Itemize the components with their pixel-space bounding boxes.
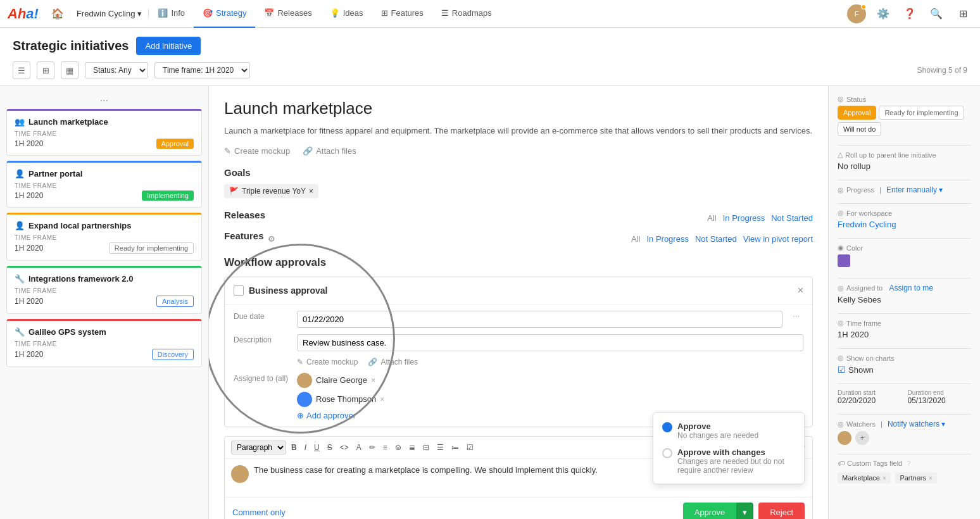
font-color-btn[interactable]: A <box>354 442 364 453</box>
status-willnot-btn[interactable]: Will not do <box>838 122 881 136</box>
shown-checkbox[interactable]: ☑ <box>838 365 846 375</box>
initiative-card-galileo[interactable]: 🔧 Galileo GPS system TIME FRAME 1H 2020 … <box>6 319 202 367</box>
status-ready-btn[interactable]: Ready for implementing <box>879 106 964 120</box>
more-options-icon[interactable]: ··· <box>789 311 803 320</box>
settings-icon[interactable]: ⚙️ <box>874 4 893 23</box>
initiative-title: Launch marketplace <box>224 99 813 118</box>
nav-item-strategy[interactable]: 🎯 Strategy <box>194 0 255 28</box>
approval-name: Business approval <box>249 285 328 296</box>
bold-btn[interactable]: B <box>289 442 299 453</box>
expand-icon[interactable]: ⊞ <box>953 4 972 23</box>
initiative-card-integrations[interactable]: 🔧 Integrations framework 2.0 TIME FRAME … <box>6 266 202 314</box>
nav-item-roadmaps[interactable]: ☰ Roadmaps <box>432 0 501 28</box>
workspace-label: ◎ For workspace <box>838 209 971 217</box>
view-compact-btn[interactable]: ▦ <box>61 61 79 79</box>
approve-changes-option[interactable]: Approve with changes Changes are needed … <box>662 447 795 475</box>
home-icon[interactable]: 🏠 <box>45 8 70 20</box>
releases-notstarted[interactable]: Not Started <box>771 213 813 223</box>
align-center-btn[interactable]: ⊜ <box>393 442 404 453</box>
nav-item-ideas[interactable]: 💡 Ideas <box>321 0 372 28</box>
charts-value-row: ☑ Shown <box>838 365 971 375</box>
rose-remove[interactable]: × <box>380 395 384 404</box>
reject-button[interactable]: Reject <box>758 503 805 520</box>
watcher-avatar-1 <box>838 431 851 445</box>
approve-radio[interactable] <box>662 422 672 432</box>
add-approver-btn[interactable]: ⊕ Add approver <box>297 411 384 420</box>
tag-marketplace-remove[interactable]: × <box>883 475 886 482</box>
view-list-btn[interactable]: ☰ <box>13 61 30 79</box>
view-grid-btn[interactable]: ⊞ <box>37 61 54 79</box>
italic-btn[interactable]: I <box>302 442 309 453</box>
notify-watchers-link[interactable]: Notify watchers ▾ <box>888 420 945 428</box>
watchers-label-text: Watchers <box>846 420 876 428</box>
ol-btn[interactable]: ≔ <box>449 442 462 453</box>
approval-checkbox[interactable] <box>234 285 244 296</box>
underline-btn[interactable]: U <box>311 442 322 453</box>
highlight-btn[interactable]: ✏ <box>367 442 378 453</box>
features-inprogress[interactable]: In Progress <box>646 234 688 244</box>
approve-option-text: Approve No changes are needed <box>677 422 758 440</box>
nav-item-features[interactable]: ⊞ Features <box>372 0 432 28</box>
card-title-galileo: Galileo GPS system <box>28 327 106 337</box>
checklist-btn[interactable]: ☑ <box>464 442 476 453</box>
app-logo[interactable]: Aha! <box>8 6 39 22</box>
approve-dropdown-btn[interactable]: ▾ <box>736 503 753 520</box>
initiative-card-expand[interactable]: 👤 Expand local partnerships TIME FRAME 1… <box>6 213 202 261</box>
user-avatar[interactable]: F <box>847 4 866 23</box>
align-justify-btn[interactable]: ⊟ <box>420 442 432 453</box>
align-right-btn[interactable]: ≣ <box>406 442 418 453</box>
timeframe-filter[interactable]: Time frame: 1H 2020 <box>154 62 250 78</box>
status-icon: ◎ <box>838 95 844 103</box>
add-initiative-button[interactable]: Add initiative <box>136 37 201 55</box>
releases-all[interactable]: All <box>707 213 716 223</box>
tag-partners-remove[interactable]: × <box>929 475 933 482</box>
duration-start-value: 02/20/2020 <box>838 396 901 405</box>
comment-only-btn[interactable]: Comment only <box>232 508 286 517</box>
attach-files-small[interactable]: 🔗 Attach files <box>368 358 418 366</box>
help-icon[interactable]: ❓ <box>900 4 919 23</box>
approve-button[interactable]: Approve <box>683 503 736 520</box>
status-approval-btn[interactable]: Approval <box>838 106 876 120</box>
sidebar-more-icon[interactable]: ··· <box>6 92 202 109</box>
card-title-launch: Launch marketplace <box>28 117 108 127</box>
initiative-card-launch[interactable]: 👥 Launch marketplace TIME FRAME 1H 2020 … <box>6 109 202 156</box>
chevron-down-sm-icon: ▾ <box>939 185 943 194</box>
due-date-input[interactable] <box>297 311 782 328</box>
align-left-btn[interactable]: ≡ <box>380 442 390 453</box>
card-timeframe-1: 1H 2020 <box>15 191 43 200</box>
workspace-selector[interactable]: Fredwin Cycling ▾ <box>70 9 149 18</box>
claire-remove[interactable]: × <box>371 376 375 385</box>
description-input[interactable] <box>297 334 803 351</box>
search-icon[interactable]: 🔍 <box>927 4 946 23</box>
paragraph-select[interactable]: Paragraph <box>231 441 286 454</box>
goal-tag[interactable]: 🚩 Triple revenue YoY × <box>224 184 318 198</box>
create-mockup-link[interactable]: ✎ Create mockup <box>224 146 290 156</box>
pivot-report-link[interactable]: View in pivot report <box>743 234 813 244</box>
enter-manually-link[interactable]: Enter manually ▾ <box>886 185 943 194</box>
features-all[interactable]: All <box>631 234 640 244</box>
action-links: ✎ Create mockup 🔗 Attach files <box>224 146 813 156</box>
approval-box: Business approval × Due date ··· Descrip… <box>224 277 813 427</box>
due-date-row: Due date ··· <box>234 311 803 328</box>
goal-remove-icon[interactable]: × <box>309 187 313 196</box>
ul-btn[interactable]: ☰ <box>434 442 446 453</box>
workspace-value[interactable]: Fredwin Cycling <box>838 220 971 229</box>
approval-close-btn[interactable]: × <box>798 285 803 296</box>
features-settings-icon[interactable]: ⚙ <box>268 234 275 244</box>
releases-inprogress[interactable]: In Progress <box>723 213 765 223</box>
assign-to-me-link[interactable]: Assign to me <box>889 284 933 292</box>
attach-files-link[interactable]: 🔗 Attach files <box>303 146 356 156</box>
strikethrough-btn[interactable]: S <box>325 442 335 453</box>
color-swatch[interactable] <box>838 254 850 267</box>
add-watcher-btn[interactable]: + <box>855 431 869 445</box>
features-notstarted[interactable]: Not Started <box>695 234 737 244</box>
initiative-card-partner[interactable]: 👤 Partner portal TIME FRAME 1H 2020 Impl… <box>6 161 202 208</box>
status-filter[interactable]: Status: Any <box>85 62 148 78</box>
create-mockup-small[interactable]: ✎ Create mockup <box>297 358 358 366</box>
approve-option[interactable]: Approve No changes are needed <box>662 422 795 440</box>
nav-item-releases[interactable]: 📅 Releases <box>255 0 320 28</box>
nav-item-info[interactable]: ℹ️ Info <box>149 0 194 28</box>
approve-changes-radio[interactable] <box>662 448 672 458</box>
card-time-label-1: TIME FRAME <box>15 182 194 189</box>
code-btn[interactable]: <> <box>337 442 351 453</box>
